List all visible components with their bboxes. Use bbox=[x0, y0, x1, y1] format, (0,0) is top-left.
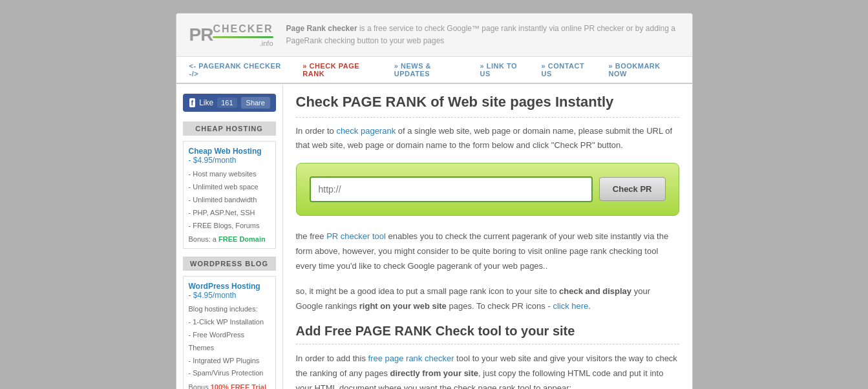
fb-share-btn[interactable]: Share bbox=[241, 97, 270, 109]
nav-check-page-rank[interactable]: » CHECK PAGE RANK bbox=[296, 57, 387, 83]
feature-item: - PHP, ASP.Net, SSH bbox=[189, 207, 270, 220]
bonus-link[interactable]: FREE Domain bbox=[218, 235, 266, 243]
wp-bonus-label: Bonus bbox=[189, 383, 211, 389]
feature-item: - Unlimited bandwidth bbox=[189, 194, 270, 207]
sidebar: f Like 161 Share CHEAP HOSTING Cheap Web… bbox=[176, 84, 283, 389]
s2-bold: directly from your site bbox=[390, 368, 479, 378]
fb-icon: f bbox=[189, 98, 196, 107]
check-pr-button[interactable]: Check PR bbox=[599, 177, 666, 201]
logo-checker-area: CHECKER .info bbox=[213, 23, 273, 47]
logo: PR CHECKER .info bbox=[189, 23, 273, 47]
logo-checker-text: CHECKER bbox=[213, 23, 273, 35]
fb-like-label: Like bbox=[199, 98, 213, 107]
desc2-bold: check and display bbox=[559, 286, 631, 296]
nav-news-updates[interactable]: » NEWS & UPDATES bbox=[388, 57, 474, 83]
url-input[interactable] bbox=[310, 176, 593, 202]
nav-pagerank-checker[interactable]: <- PAGERANK CHECKER -/> bbox=[183, 57, 297, 83]
desc1-pre: the free bbox=[296, 231, 327, 241]
wp-intro: Blog hosting includes: bbox=[189, 303, 270, 316]
header-desc: Page Rank checker is a free service to c… bbox=[286, 23, 679, 47]
wordpress-section: WORDPRESS BLOG WordPress Hosting - $4.95… bbox=[183, 257, 276, 389]
logo-line bbox=[213, 36, 273, 38]
cheap-hosting-features: - Host many websites - Unlimited web spa… bbox=[189, 168, 270, 232]
cheap-hosting-title: CHEAP HOSTING bbox=[183, 121, 276, 136]
main-title: Check PAGE RANK of Web site pages Instan… bbox=[296, 94, 679, 118]
logo-info: .info bbox=[213, 39, 273, 47]
nav-link-to-us[interactable]: » LINK TO US bbox=[473, 57, 535, 83]
desc-text-2: so, it might be a good idea to put a sma… bbox=[296, 284, 679, 314]
feature-item: - Unlimited web space bbox=[189, 181, 270, 194]
wordpress-title: WORDPRESS BLOG bbox=[183, 257, 276, 271]
bonus-label: Bonus: a bbox=[189, 235, 218, 243]
wp-bonus-link[interactable]: 100% FREE Trial bbox=[211, 383, 266, 389]
cheap-hosting-box: Cheap Web Hosting - $4.95/month - Host m… bbox=[183, 141, 276, 249]
cheap-hosting-link[interactable]: Cheap Web Hosting bbox=[189, 147, 262, 156]
cheap-hosting-price: - $4.95/month bbox=[189, 156, 237, 165]
header: PR CHECKER .info Page Rank checker is a … bbox=[176, 14, 692, 57]
wordpress-features: Blog hosting includes: - 1-Click WP Inst… bbox=[189, 303, 270, 380]
feature-item: - Intgrated WP Plugins bbox=[189, 355, 270, 368]
nav: <- PAGERANK CHECKER -/> » CHECK PAGE RAN… bbox=[176, 57, 692, 84]
feature-item: - Host many websites bbox=[189, 168, 270, 181]
cheap-hosting-section: CHEAP HOSTING Cheap Web Hosting - $4.95/… bbox=[183, 121, 276, 249]
fb-like-bar[interactable]: f Like 161 Share bbox=[183, 94, 276, 112]
desc1-link[interactable]: PR checker tool bbox=[326, 231, 386, 241]
check-pr-form: Check PR bbox=[296, 163, 679, 216]
content-layout: f Like 161 Share CHEAP HOSTING Cheap Web… bbox=[176, 84, 692, 389]
feature-item: - 1-Click WP Installation bbox=[189, 316, 270, 329]
fb-count: 161 bbox=[217, 98, 237, 108]
wordpress-box: WordPress Hosting - $4.95/month Blog hos… bbox=[183, 276, 276, 389]
desc2-end: . bbox=[588, 301, 591, 311]
section2-text: In order to add this free page rank chec… bbox=[296, 351, 679, 389]
page-wrapper: PR CHECKER .info Page Rank checker is a … bbox=[176, 13, 693, 389]
nav-contact-us[interactable]: » CONTACT US bbox=[535, 57, 602, 83]
nav-bookmark-now[interactable]: » BOOKMARK NOW bbox=[602, 57, 686, 83]
wordpress-bonus: Bonus 100% FREE Trial bbox=[189, 383, 270, 389]
desc-text-1: the free PR checker tool enables you to … bbox=[296, 229, 679, 274]
desc2-bold2: right on your web site bbox=[359, 301, 447, 311]
desc2-suf: pages. To check PR icons - bbox=[447, 301, 553, 311]
cheap-hosting-bonus: Bonus: a FREE Domain bbox=[189, 235, 270, 243]
section2-title: Add Free PAGE RANK Check tool to your si… bbox=[296, 324, 679, 344]
logo-pr: PR bbox=[189, 25, 213, 45]
intro-pre: In order to bbox=[296, 126, 337, 136]
s2-link[interactable]: free page rank checker bbox=[368, 353, 454, 363]
feature-item: - Free WordPress Themes bbox=[189, 329, 270, 355]
header-desc-title: Page Rank checker bbox=[286, 24, 357, 33]
wordpress-price: - $4.95/month bbox=[189, 291, 237, 300]
feature-item: - FREE Blogs, Forums bbox=[189, 220, 270, 233]
desc2-pre: so, it might be a good idea to put a sma… bbox=[296, 286, 560, 296]
wordpress-link[interactable]: WordPress Hosting bbox=[189, 282, 260, 291]
intro-link[interactable]: check pagerank bbox=[336, 126, 396, 136]
s2-pre: In order to add this bbox=[296, 353, 368, 363]
desc2-link[interactable]: click here bbox=[553, 301, 588, 311]
main-content: Check PAGE RANK of Web site pages Instan… bbox=[283, 84, 692, 389]
intro-text: In order to check pagerank of a single w… bbox=[296, 124, 679, 152]
feature-item: - Spam/Virus Protection bbox=[189, 367, 270, 380]
